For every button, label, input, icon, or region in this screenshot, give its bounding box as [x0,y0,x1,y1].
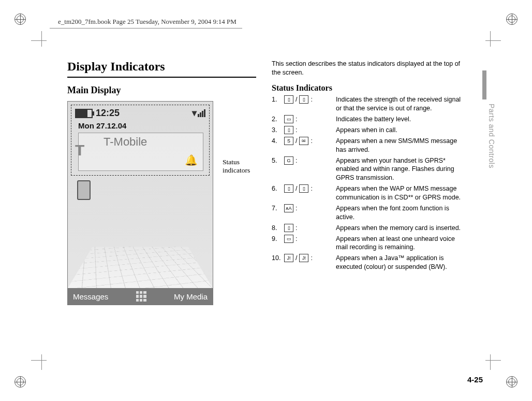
wap-mms-mode-icon: ▯ [299,184,308,193]
font-zoom-icon: ᴀA [284,204,293,212]
indicator-icon-cell: ᴀA : [284,204,336,222]
memory-card-icon: ▯ [284,224,293,232]
signal-icon: ▾ [192,109,205,117]
indicator-icon-cell: ▯ / ▯ : [284,95,336,113]
signal / no-signal-icon: ▯ [299,95,308,104]
indicator-number: 6. [272,184,284,202]
indicator-number: 7. [272,204,284,222]
phone-clock: 12:25 [96,108,120,119]
sms-mms-icon: ✉ [299,137,308,145]
crop-rule [31,40,47,41]
wallpaper-floor [68,247,213,288]
crop-rule [485,40,501,41]
indicator-number: 8. [272,224,284,233]
menu-grid-icon [136,291,146,302]
indicator-icon-cell: ▯ : [284,224,336,233]
indicator-row: 4.S / ✉ :Appears when a new SMS/MMS mess… [272,137,466,154]
right-column: This section describes the status indica… [272,60,466,308]
indicator-description: Appears when the memory card is inserted… [336,224,466,233]
java-icon: J! [299,254,308,262]
indicator-icon-cell: ▯ / ▯ : [284,184,336,202]
indicator-number: 10. [272,254,284,271]
indicator-description: Appears when the font zoom function is a… [336,204,466,222]
indicator-list: 1.▯ / ▯ :Indicates the strength of the r… [272,95,466,271]
page-content: Display Indicators Main Display 12:25 ▾ … [67,60,466,308]
in-call-icon: ▯ [284,126,293,134]
header-rule [50,28,242,28]
section-side-tab: Parts and Controls [487,104,496,168]
registration-mark [14,376,26,388]
indicator-description: Appears when the WAP or MMS message comm… [336,184,466,202]
gprs-icon: G [284,156,293,165]
signal / no-signal-icon: ▯ [284,95,293,104]
indicator-icon-cell: ▯ : [284,126,336,135]
title-rule [67,77,256,78]
indicator-row: 1.▯ / ▯ :Indicates the strength of the r… [272,95,466,113]
registration-mark [506,376,518,388]
crop-rule [490,31,491,47]
phone-screen-image: 12:25 ▾ Mon 27.12.04 T T-Mobile 🔔 Messa [67,101,213,305]
status-indicators-heading: Status Indicators [272,82,466,94]
indicator-row: 8.▯ :Appears when the memory card is ins… [272,224,466,233]
softkey-left: Messages [73,292,108,301]
battery-icon: ▭ [284,115,293,123]
page-title: Display Indicators [67,60,256,74]
indicator-icon-cell: J! / J! : [284,254,336,271]
indicator-row: 2.▭ :Indicates the battery level. [272,115,466,124]
indicator-number: 4. [272,137,284,154]
indicator-row: 3.▯ :Appears when in call. [272,126,466,135]
crop-rule [41,31,42,47]
carrier-name: T-Mobile [104,135,147,149]
indicator-description: Appears when at least one unheard voice … [336,235,466,252]
indicator-row: 7.ᴀA :Appears when the font zoom functio… [272,204,466,222]
callout-label: Status indicators [223,158,250,175]
indicator-number: 1. [272,95,284,113]
phone-status-row: 12:25 ▾ [75,108,205,119]
indicator-icon-cell: G : [284,156,336,183]
crop-rule [485,360,501,361]
indicator-row: 6.▯ / ▯ :Appears when the WAP or MMS mes… [272,184,466,202]
voicemail-icon: ▭ [284,235,293,243]
carrier-box: T T-Mobile 🔔 [78,133,203,171]
indicator-number: 2. [272,115,284,124]
indicator-icon-cell: ▭ : [284,115,336,124]
sms-mms-icon: S [284,137,293,145]
registration-mark [14,13,26,25]
indicator-row: 5.G :Appears when your handset is GPRS* … [272,156,466,183]
phone-figure: 12:25 ▾ Mon 27.12.04 T T-Mobile 🔔 Messa [67,101,217,308]
subtitle-main-display: Main Display [67,85,256,96]
registration-mark [506,13,518,25]
left-column: Display Indicators Main Display 12:25 ▾ … [67,60,256,308]
indicator-number: 5. [272,156,284,183]
intro-text: This section describes the status indica… [272,60,466,77]
indicator-description: Appears when a new SMS/MMS message has a… [336,137,466,154]
crop-rule [490,354,491,370]
java-icon: J! [284,254,293,262]
indicator-icon-cell: ▭ : [284,235,336,252]
indicator-number: 9. [272,235,284,252]
indicator-description: Indicates the battery level. [336,115,466,124]
crop-rule [31,360,47,361]
page-number: 4-25 [467,375,483,384]
running-header: e_tm200_7fm.book Page 25 Tuesday, Novemb… [58,18,237,26]
t-mobile-logo-icon: T [75,141,84,159]
handset-icon [77,180,91,200]
indicator-description: Appears when a Java™ application is exec… [336,254,466,271]
softkey-bar: Messages My Media [68,288,213,305]
wap-mms-mode-icon: ▯ [284,184,293,193]
indicator-icon-cell: S / ✉ : [284,137,336,154]
battery-icon [75,109,93,118]
indicator-description: Appears when in call. [336,126,466,135]
indicator-description: Indicates the strength of the received s… [336,95,466,113]
softkey-right: My Media [174,292,208,301]
phone-date: Mon 27.12.04 [78,121,126,130]
indicator-row: 10.J! / J! :Appears when a Java™ applica… [272,254,466,271]
indicator-description: Appears when your handset is GPRS* enabl… [336,156,466,183]
bell-icon: 🔔 [185,154,198,166]
crop-rule [41,354,42,370]
indicator-number: 3. [272,126,284,135]
indicator-row: 9.▭ :Appears when at least one unheard v… [272,235,466,252]
